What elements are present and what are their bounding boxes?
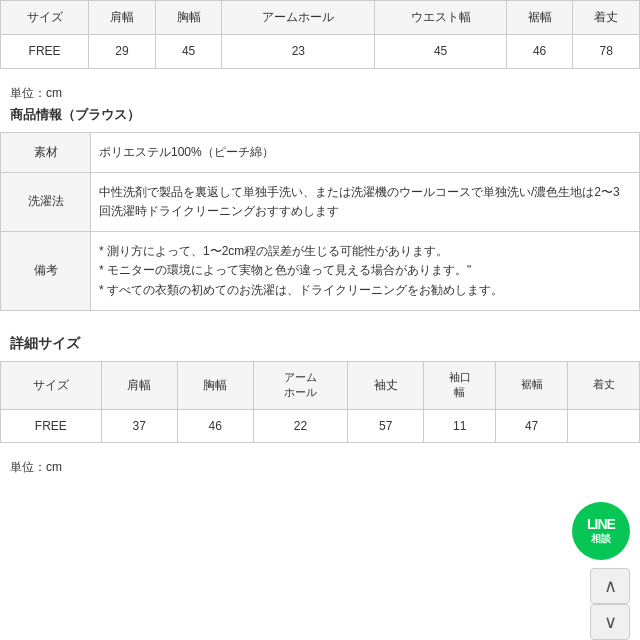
b-table-row: FREE 37 46 22 57 11 47: [1, 409, 640, 443]
top-size-table: サイズ 肩幅 胸幅 アームホール ウエスト幅 裾幅 着丈 FREE 29 45 …: [0, 0, 640, 69]
cell-length: 78: [573, 34, 640, 68]
notes-row: 備考 * 測り方によって、1〜2cm程の誤差が生じる可能性があります。 * モニ…: [1, 232, 640, 311]
b-cell-sleeve-width: 11: [424, 409, 496, 443]
b-col-sleeve: 袖丈: [348, 361, 424, 409]
b-col-chest: 胸幅: [177, 361, 253, 409]
b-cell-chest: 46: [177, 409, 253, 443]
b-col-shoulder: 肩幅: [101, 361, 177, 409]
col-hem: 裾幅: [506, 1, 573, 35]
col-size: サイズ: [1, 1, 89, 35]
bottom-unit-label: 単位：cm: [0, 453, 640, 478]
cell-chest: 45: [155, 34, 222, 68]
col-shoulder: 肩幅: [89, 1, 156, 35]
b-cell-sleeve: 57: [348, 409, 424, 443]
material-value: ポリエステル100%（ピーチ綿）: [91, 132, 640, 172]
b-col-hem: 裾幅: [496, 361, 568, 409]
unit-label: 単位：cm: [0, 79, 640, 104]
col-waist: ウエスト幅: [375, 1, 506, 35]
b-cell-size: FREE: [1, 409, 102, 443]
material-label: 素材: [1, 132, 91, 172]
washing-label: 洗濯法: [1, 172, 91, 231]
cell-size: FREE: [1, 34, 89, 68]
b-cell-hem: 47: [496, 409, 568, 443]
col-length: 着丈: [573, 1, 640, 35]
bottom-size-table: サイズ 肩幅 胸幅 アームホール 袖丈 袖口幅 裾幅 着丈 FREE 37 46…: [0, 361, 640, 444]
product-info-table: 素材 ポリエステル100%（ピーチ綿） 洗濯法 中性洗剤で製品を裏返して単独手洗…: [0, 132, 640, 311]
col-chest: 胸幅: [155, 1, 222, 35]
table-row: FREE 29 45 23 45 46 78: [1, 34, 640, 68]
cell-hem: 46: [506, 34, 573, 68]
b-cell-armhole: 22: [253, 409, 348, 443]
cell-shoulder: 29: [89, 34, 156, 68]
b-col-size: サイズ: [1, 361, 102, 409]
washing-row: 洗濯法 中性洗剤で製品を裏返して単独手洗い、または洗濯機のウールコースで単独洗い…: [1, 172, 640, 231]
b-col-length: 着丈: [568, 361, 640, 409]
notes-label: 備考: [1, 232, 91, 311]
b-cell-shoulder: 37: [101, 409, 177, 443]
b-col-sleeve-width: 袖口幅: [424, 361, 496, 409]
col-armhole: アームホール: [222, 1, 375, 35]
cell-waist: 45: [375, 34, 506, 68]
cell-armhole: 23: [222, 34, 375, 68]
notes-value: * 測り方によって、1〜2cm程の誤差が生じる可能性があります。 * モニターの…: [91, 232, 640, 311]
material-row: 素材 ポリエステル100%（ピーチ綿）: [1, 132, 640, 172]
washing-value: 中性洗剤で製品を裏返して単独手洗い、または洗濯機のウールコースで単独洗い/濃色生…: [91, 172, 640, 231]
b-col-armhole: アームホール: [253, 361, 348, 409]
detail-size-title: 詳細サイズ: [0, 325, 640, 361]
product-info-title: 商品情報（ブラウス）: [0, 104, 640, 132]
b-cell-length: [568, 409, 640, 443]
